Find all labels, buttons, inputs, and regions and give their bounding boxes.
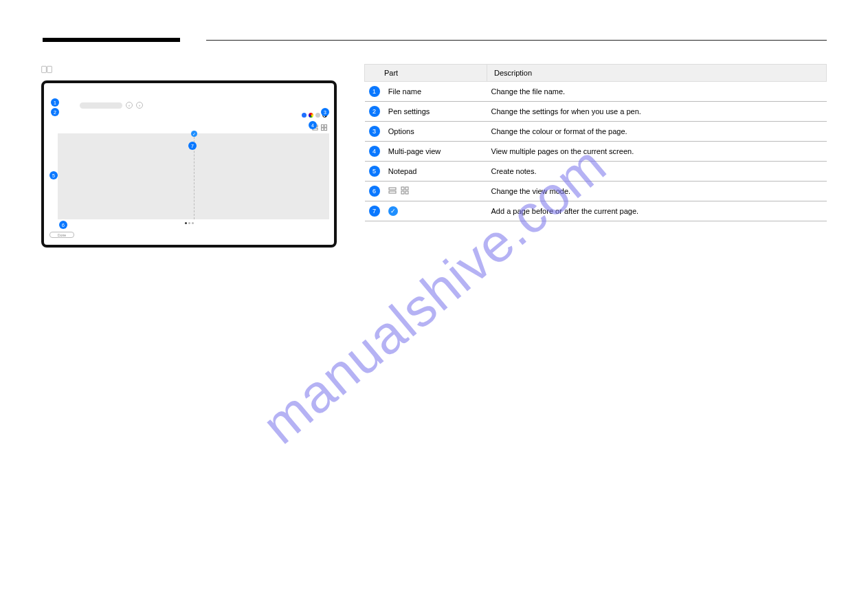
callout-1: 1 bbox=[51, 98, 59, 107]
header-thin-bar bbox=[206, 40, 827, 41]
view-grid-icon bbox=[401, 186, 409, 196]
row-number: 5 bbox=[369, 166, 380, 177]
header-part: Part bbox=[365, 65, 487, 82]
table-row: 3 Options Change the colour or format of… bbox=[365, 122, 827, 142]
table-row: 2 Pen settings Change the settings for w… bbox=[365, 102, 827, 122]
row-desc: Change the view mode. bbox=[487, 182, 827, 201]
svg-rect-8 bbox=[389, 188, 396, 190]
row-desc: Create notes. bbox=[487, 162, 827, 182]
device-diagram: 1 2 3 4 5 6 7 ‹ › bbox=[41, 80, 337, 248]
row-part: Notepad bbox=[384, 162, 487, 182]
row-number: 1 bbox=[369, 86, 380, 97]
pen-settings-row bbox=[51, 111, 327, 119]
row-number: 4 bbox=[369, 146, 380, 157]
callout-4: 4 bbox=[309, 121, 317, 129]
table-row: 4 Multi-page view View multiple pages on… bbox=[365, 142, 827, 162]
page-dots bbox=[51, 222, 327, 224]
row-part bbox=[384, 182, 487, 201]
callout-3: 3 bbox=[321, 108, 329, 116]
page-dot bbox=[185, 222, 187, 224]
svg-rect-7 bbox=[324, 127, 327, 130]
callout-7: 7 bbox=[188, 142, 197, 150]
row-desc: View multiple pages on the current scree… bbox=[487, 142, 827, 162]
row-part: Multi-page view bbox=[384, 142, 487, 162]
row-desc: Change the settings for when you use a p… bbox=[487, 102, 827, 122]
title-bar: ‹ › bbox=[58, 100, 327, 110]
row-desc: Change the colour or format of the page. bbox=[487, 122, 827, 142]
table-row: 5 Notepad Create notes. bbox=[365, 162, 827, 182]
row-part: Pen settings bbox=[384, 102, 487, 122]
svg-rect-0 bbox=[42, 66, 47, 72]
row-part: Options bbox=[384, 122, 487, 142]
done-button: Done bbox=[49, 232, 74, 238]
table-row: 6 Change the view mode. bbox=[365, 182, 827, 201]
header-description: Description bbox=[487, 65, 827, 82]
filename-pill bbox=[80, 102, 122, 109]
header-thick-bar bbox=[43, 38, 180, 42]
add-page-badge: ✓ bbox=[191, 131, 197, 137]
row-desc: Add a page before or after the current p… bbox=[487, 201, 827, 221]
page-next-button: › bbox=[136, 102, 143, 109]
table-row: 1 File name Change the file name. bbox=[365, 82, 827, 102]
row-part: ✓ bbox=[384, 201, 487, 221]
view-grid-icon bbox=[321, 124, 327, 131]
header-rules bbox=[41, 38, 827, 57]
view-list-icon bbox=[388, 186, 397, 196]
row-number: 2 bbox=[369, 106, 380, 117]
row-number: 7 bbox=[369, 206, 380, 217]
callout-6: 6 bbox=[59, 221, 67, 229]
cast-icon bbox=[41, 65, 52, 74]
svg-rect-9 bbox=[389, 191, 396, 193]
check-icon: ✓ bbox=[388, 206, 398, 216]
svg-rect-12 bbox=[401, 191, 404, 194]
svg-rect-11 bbox=[405, 187, 408, 190]
page-dot bbox=[192, 222, 194, 224]
parts-table: Part Description 1 File name Change the … bbox=[364, 64, 827, 221]
callout-5: 5 bbox=[49, 171, 58, 179]
row-desc: Change the file name. bbox=[487, 82, 827, 102]
svg-rect-6 bbox=[321, 127, 324, 130]
callout-2: 2 bbox=[51, 108, 59, 116]
svg-rect-13 bbox=[405, 191, 408, 194]
svg-rect-10 bbox=[401, 187, 404, 190]
row-part: File name bbox=[384, 82, 487, 102]
svg-rect-1 bbox=[47, 66, 52, 72]
svg-rect-5 bbox=[324, 124, 327, 127]
row-number: 3 bbox=[369, 126, 380, 137]
color-swatch-gray bbox=[315, 113, 320, 118]
row-number: 6 bbox=[369, 186, 380, 197]
page-dot bbox=[188, 222, 190, 224]
color-swatch-rainbow bbox=[309, 113, 313, 118]
color-swatch-blue bbox=[302, 113, 307, 118]
table-row: 7 ✓ Add a page before or after the curre… bbox=[365, 201, 827, 221]
svg-rect-4 bbox=[321, 124, 324, 127]
page-prev-button: ‹ bbox=[126, 102, 133, 109]
view-mode-row bbox=[51, 123, 327, 131]
